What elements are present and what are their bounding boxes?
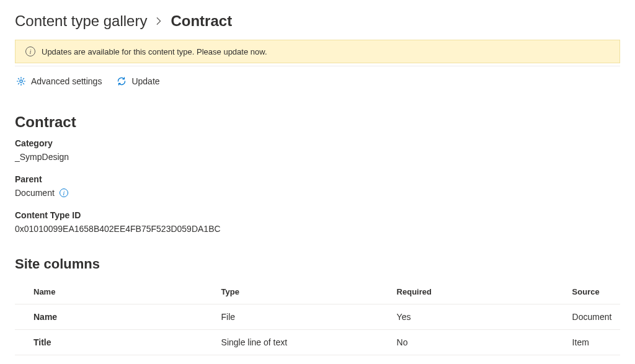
table-row[interactable]: Title Single line of text No Item <box>15 330 620 355</box>
cell-required: Yes <box>378 304 554 330</box>
svg-point-0 <box>20 80 22 82</box>
toolbar: Advanced settings Update <box>15 66 620 96</box>
cell-name: Title <box>15 330 203 355</box>
cell-type: Date and Time <box>203 355 378 365</box>
update-label: Update <box>131 76 159 86</box>
column-header-source[interactable]: Source <box>554 280 620 304</box>
cell-required: No <box>378 355 554 365</box>
cell-source: Contract <box>554 355 620 365</box>
info-icon: i <box>25 47 35 56</box>
cell-name: ExpirationDate <box>15 355 203 365</box>
cell-type: File <box>203 304 378 330</box>
update-banner-text: Updates are available for this content t… <box>42 47 267 56</box>
advanced-settings-label: Advanced settings <box>31 76 102 86</box>
cell-source: Item <box>554 330 620 355</box>
category-field: Category _SympDesign <box>15 138 620 162</box>
advanced-settings-button[interactable]: Advanced settings <box>15 74 103 89</box>
refresh-icon <box>117 76 127 86</box>
parent-label: Parent <box>15 174 620 184</box>
update-button[interactable]: Update <box>115 74 161 89</box>
cell-name: Name <box>15 304 203 330</box>
breadcrumb-parent-link[interactable]: Content type gallery <box>15 12 147 30</box>
category-value: _SympDesign <box>15 152 620 162</box>
content-type-id-value: 0x01010099EA1658B402EE4FB75F523D059DA1BC <box>15 224 620 234</box>
category-label: Category <box>15 138 620 148</box>
table-row[interactable]: Name File Yes Document <box>15 304 620 330</box>
parent-value: Document <box>15 188 55 198</box>
content-type-id-field: Content Type ID 0x01010099EA1658B402EE4F… <box>15 210 620 234</box>
parent-field: Parent Document i <box>15 174 620 198</box>
gear-icon <box>16 76 26 86</box>
column-header-required[interactable]: Required <box>378 280 554 304</box>
breadcrumb-current: Contract <box>171 12 232 30</box>
breadcrumb: Content type gallery Contract <box>15 0 620 40</box>
content-type-id-label: Content Type ID <box>15 210 620 220</box>
site-columns-table: Name Type Required Source Name File Yes … <box>15 280 620 364</box>
content-type-title: Contract <box>15 113 620 131</box>
cell-source: Document <box>554 304 620 330</box>
site-columns-title: Site columns <box>15 256 620 272</box>
cell-type: Single line of text <box>203 330 378 355</box>
info-icon[interactable]: i <box>60 189 68 197</box>
column-header-name[interactable]: Name <box>15 280 203 304</box>
update-banner: i Updates are available for this content… <box>15 40 620 63</box>
chevron-right-icon <box>154 14 163 29</box>
table-row[interactable]: ExpirationDate Date and Time No Contract <box>15 355 620 365</box>
cell-required: No <box>378 330 554 355</box>
column-header-type[interactable]: Type <box>203 280 378 304</box>
